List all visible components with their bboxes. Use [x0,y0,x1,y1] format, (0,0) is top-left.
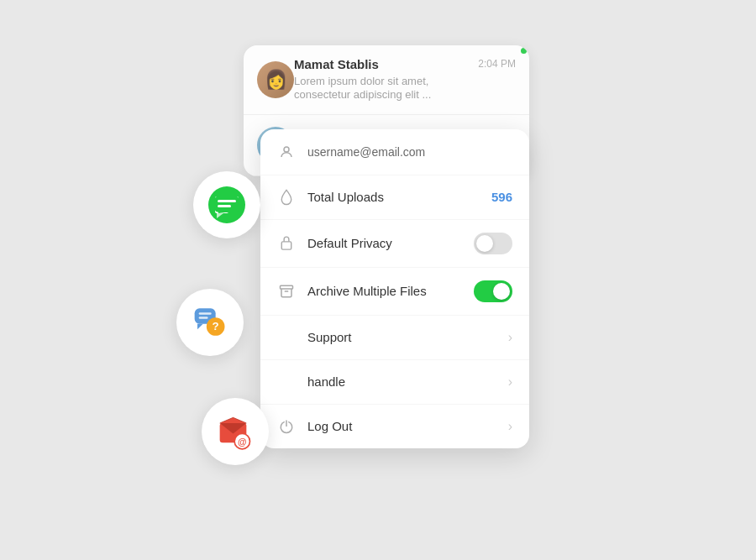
email-bubble-icon: @ [214,411,256,453]
chat-time-1: 2:04 PM [478,58,516,70]
email-row: username@email.com [260,129,529,175]
archive-icon [277,282,296,301]
help-bubble-icon: ? [189,301,231,343]
svg-marker-16 [197,323,203,329]
total-uploads-row: Total Uploads 596 [260,175,529,220]
power-icon [277,417,296,436]
lock-icon [277,234,296,253]
support-label: Support [307,330,501,344]
toggle-knob-privacy [476,235,493,252]
default-privacy-label: Default Privacy [307,236,474,250]
svg-text:?: ? [213,320,219,332]
email-bubble[interactable]: @ [202,398,269,465]
svg-point-0 [284,147,289,152]
chat-preview-1: Lorem ipsum dolor sit amet,consectetur a… [294,75,516,103]
support-arrow-icon: › [508,330,512,345]
support-row[interactable]: Support › [260,316,529,360]
chat-bubble-icon [207,185,247,225]
svg-rect-1 [281,241,291,249]
avatar-1: 👩 [257,61,294,98]
person-icon [277,143,296,161]
toggle-knob-archive [493,283,510,300]
total-uploads-value: 596 [491,190,512,204]
chat-bubble[interactable] [193,171,260,238]
svg-text:@: @ [238,436,247,446]
chat-item-1[interactable]: 👩 Mamat Stablis 2:04 PM Lorem ipsum dolo… [244,45,529,116]
chat-info-1: Mamat Stablis 2:04 PM Lorem ipsum dolor … [294,57,516,103]
svg-rect-11 [214,196,239,212]
support-icon [277,328,296,347]
default-privacy-toggle[interactable] [474,233,512,254]
logout-label: Log Out [307,419,501,433]
svg-rect-19 [199,312,212,315]
drop-icon [277,188,296,207]
logout-row[interactable]: Log Out › [260,405,529,448]
svg-rect-13 [218,205,231,207]
default-privacy-row: Default Privacy [260,220,529,268]
archive-files-toggle[interactable] [474,280,512,302]
logout-arrow-icon: › [508,419,512,434]
scene: 👩 Mamat Stablis 2:04 PM Lorem ipsum dolo… [176,45,580,516]
handle-label: handle [307,374,501,389]
svg-rect-2 [281,285,293,289]
help-bubble[interactable]: ? [176,289,244,356]
handle-arrow-icon: › [508,374,512,390]
archive-files-row: Archive Multiple Files [260,268,529,316]
archive-files-label: Archive Multiple Files [307,284,474,298]
chat-name-1: Mamat Stablis [294,57,379,71]
menu-card: username@email.com Total Uploads 596 Def… [260,129,529,448]
handle-row[interactable]: handle › [260,360,529,405]
handle-icon [277,373,296,391]
svg-rect-12 [218,200,236,202]
online-indicator-1 [519,46,528,55]
svg-rect-20 [199,317,208,319]
email-value: username@email.com [307,145,425,159]
total-uploads-label: Total Uploads [307,190,491,204]
